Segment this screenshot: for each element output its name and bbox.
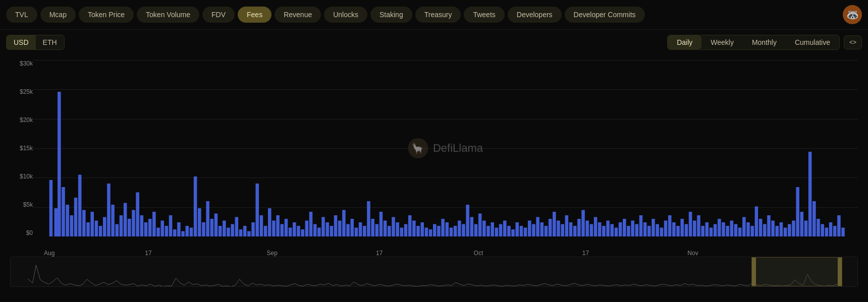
nav-btn-token-price[interactable]: Token Price [79,7,134,23]
bar [140,215,144,236]
bar [194,176,197,236]
bar [355,228,358,237]
bar [557,221,560,237]
mini-chart-range[interactable] [751,257,842,286]
bar [573,226,577,236]
bar [359,222,362,236]
period-monthly[interactable]: Monthly [743,35,786,49]
nav-btn-unlocks[interactable]: Unlocks [324,7,367,23]
nav-btn-fdv[interactable]: FDV [202,7,235,23]
bar [594,217,598,237]
bar [536,217,539,237]
bar [730,221,734,237]
bar [152,212,156,236]
bar [281,224,284,237]
bar [420,222,424,236]
y-label-5k: $5k [10,201,33,208]
bar [503,221,507,237]
bar [128,219,131,236]
bar [235,217,239,237]
bar [800,212,804,236]
bar [198,208,201,236]
nav-btn-staking[interactable]: Staking [370,7,412,23]
bar [433,224,437,237]
bar [693,221,696,237]
y-label-10k: $10k [10,173,33,180]
bar [367,201,370,236]
nav-btn-treasury[interactable]: Treasury [415,7,461,23]
bar [326,222,329,236]
bar [317,228,321,237]
bar [784,228,787,237]
bar [82,210,86,237]
bar [685,224,688,237]
bar [144,222,148,236]
bar [742,217,746,237]
bar [412,221,416,237]
currency-usd[interactable]: USD [7,35,36,49]
nav-btn-developers[interactable]: Developers [508,7,562,23]
bar [714,224,717,237]
bar [363,226,366,236]
bar [520,226,523,236]
bar [268,208,272,236]
nav-btn-tvl[interactable]: TVL [6,7,37,23]
bar [804,221,808,237]
bar [734,224,738,237]
bar [441,219,445,236]
bar [169,215,173,236]
bar [388,226,391,236]
bar [334,215,338,236]
bar [569,222,573,236]
embed-button[interactable]: <> [844,35,862,49]
bar [841,228,845,237]
bar [680,219,684,236]
bar [524,228,527,237]
bar [375,224,379,237]
bar [792,221,795,237]
bar [181,231,185,237]
range-handle-left[interactable] [752,258,756,286]
bar [540,222,544,236]
bar [726,226,729,236]
nav-btn-revenue[interactable]: Revenue [275,7,321,23]
period-daily[interactable]: Daily [668,35,701,49]
bar [466,205,469,236]
bar [528,221,531,237]
bar [511,229,515,236]
range-handle-right[interactable] [838,258,842,286]
bar [660,228,664,237]
bar [74,198,78,236]
bar [776,226,779,236]
bar [99,226,102,236]
bar [223,221,226,237]
period-cumulative[interactable]: Cumulative [786,35,839,49]
nav-btn-developer-commits[interactable]: Developer Commits [565,7,645,23]
nav-btn-tweets[interactable]: Tweets [464,7,504,23]
bar [86,222,90,236]
bar [190,228,193,237]
bar [623,219,626,236]
chart-inner: 🦙 DefiLlama [33,60,858,236]
bar [788,224,791,237]
bar [416,226,420,236]
bar [276,215,280,236]
logo-avatar[interactable]: 🦝 [843,5,862,24]
bar [255,184,259,236]
bar [462,224,465,237]
bar [202,222,205,236]
period-weekly[interactable]: Weekly [701,35,743,49]
bar [272,221,276,237]
nav-btn-mcap[interactable]: Mcap [40,7,76,23]
bar [305,221,309,237]
y-label-15k: $15k [10,145,33,152]
nav-btn-fees[interactable]: Fees [238,7,272,23]
currency-eth[interactable]: ETH [36,35,64,49]
bar [239,229,243,236]
nav-btn-token-volume[interactable]: Token Volume [137,7,199,23]
bar [627,226,630,236]
bar [817,219,820,236]
bar [330,226,334,236]
bar [561,224,564,237]
bar [478,214,482,237]
